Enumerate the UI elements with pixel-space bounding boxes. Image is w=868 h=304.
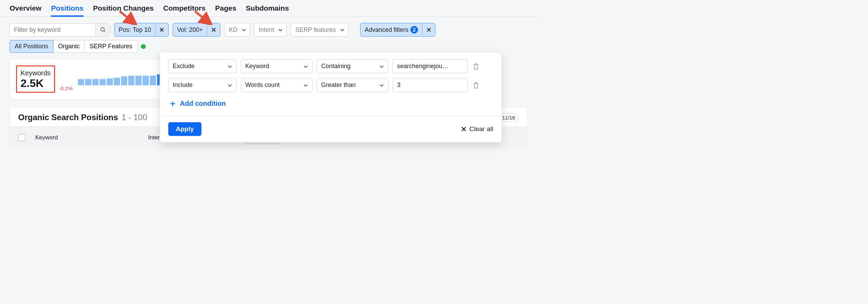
keywords-stat-highlight: Keywords 2.5K	[16, 65, 55, 93]
add-condition-button[interactable]: Add condition	[168, 97, 493, 113]
filter-chip-advanced-label: Advanced filters 2	[360, 26, 422, 34]
chevron-down-icon	[303, 64, 308, 69]
chevron-down-icon	[379, 64, 384, 69]
advanced-filters-footer: Apply Clear all	[160, 116, 501, 142]
svg-line-1	[195, 11, 209, 22]
section-range: 1 - 100	[122, 113, 147, 122]
condition-action-value: Include	[173, 81, 193, 89]
condition-field-value: Words count	[245, 81, 280, 89]
advanced-filters-text: Advanced filters	[365, 26, 408, 34]
segment-organic[interactable]: Organic	[53, 40, 85, 53]
close-icon	[426, 27, 431, 32]
filter-chip-pos-label: Pos: Top 10	[115, 26, 155, 34]
plus-icon	[170, 101, 176, 107]
advanced-filters-popover: Exclude Keyword Containing searchenginej…	[160, 52, 502, 142]
condition-field-select[interactable]: Keyword	[241, 59, 313, 73]
filter-chip-serp-label: SERP features	[291, 26, 340, 34]
stat-title: Keywords	[21, 69, 51, 77]
svg-line-0	[120, 11, 133, 22]
status-indicator	[141, 44, 146, 49]
advanced-filters-body: Exclude Keyword Containing searchenginej…	[160, 52, 501, 116]
filter-chip-advanced-remove[interactable]	[422, 23, 435, 36]
segment-serp-features[interactable]: SERP Features	[85, 40, 137, 53]
filter-chip-kd[interactable]: KD	[224, 23, 250, 37]
keywords-stat-card: Keywords 2.5K -0.2%	[10, 59, 160, 99]
condition-field-value: Keyword	[245, 63, 269, 70]
search-icon	[100, 27, 106, 33]
clear-all-label: Clear all	[469, 125, 493, 133]
chevron-down-icon	[379, 83, 384, 88]
condition-value-text: searchenginejou…	[397, 63, 448, 70]
chevron-down-icon	[303, 83, 308, 88]
condition-operator-select[interactable]: Greater than	[317, 78, 389, 92]
section-title: Organic Search Positions	[18, 113, 118, 122]
filter-chip-serp-features[interactable]: SERP features	[291, 23, 348, 37]
filter-chip-vol[interactable]: Vol: 200+	[173, 23, 221, 37]
close-icon	[211, 27, 216, 32]
stat-delta: -0.2%	[59, 86, 73, 91]
chevron-down-icon	[340, 27, 345, 32]
advanced-filters-count-badge: 2	[410, 26, 418, 34]
stat-value: 2.5K	[21, 77, 51, 90]
tab-positions[interactable]: Positions	[51, 4, 83, 16]
trash-icon	[473, 63, 479, 70]
column-checkbox	[18, 134, 35, 141]
tab-overview[interactable]: Overview	[10, 4, 41, 16]
condition-value-input[interactable]: searchenginejou…	[393, 59, 468, 73]
trash-icon	[473, 82, 479, 89]
add-condition-label: Add condition	[180, 100, 226, 107]
section-title-wrap: Organic Search Positions 1 - 100	[18, 113, 147, 122]
segment-all-positions[interactable]: All Positions	[10, 40, 53, 53]
condition-row-0: Exclude Keyword Containing searchenginej…	[168, 59, 493, 73]
condition-action-select[interactable]: Include	[168, 78, 237, 92]
annotation-arrow-vol	[194, 10, 212, 25]
tab-subdomains[interactable]: Subdomains	[246, 4, 289, 16]
filter-chip-intent[interactable]: Intent	[254, 23, 287, 37]
condition-operator-select[interactable]: Containing	[317, 59, 389, 73]
main-tabs: Overview Positions Position Changes Comp…	[0, 0, 537, 17]
annotation-arrow-pos	[118, 10, 137, 25]
filter-chip-pos-remove[interactable]	[155, 23, 168, 36]
condition-delete-button[interactable]	[472, 63, 480, 70]
svg-point-2	[101, 28, 104, 31]
close-icon	[159, 27, 164, 32]
search-button[interactable]	[95, 24, 110, 36]
condition-value-text: 3	[397, 81, 400, 89]
condition-operator-value: Greater than	[321, 81, 356, 89]
condition-action-select[interactable]: Exclude	[168, 59, 237, 73]
filter-bar: Pos: Top 10 Vol: 200+ KD Intent SERP fea…	[0, 17, 537, 40]
tab-pages[interactable]: Pages	[215, 4, 236, 16]
condition-delete-button[interactable]	[472, 82, 480, 89]
condition-operator-value: Containing	[321, 63, 351, 70]
keywords-sparkline	[78, 73, 163, 85]
filter-chip-vol-remove[interactable]	[207, 23, 220, 36]
filter-chip-advanced[interactable]: Advanced filters 2	[360, 23, 435, 37]
column-keyword[interactable]: Keyword	[35, 134, 148, 141]
chevron-down-icon	[278, 27, 283, 32]
filter-keyword-input[interactable]	[10, 24, 95, 36]
condition-action-value: Exclude	[173, 63, 195, 70]
apply-button[interactable]: Apply	[168, 122, 201, 136]
chevron-down-icon	[227, 64, 232, 69]
condition-value-input[interactable]: 3	[393, 78, 468, 92]
filter-keyword-search	[10, 23, 110, 37]
condition-row-1: Include Words count Greater than 3	[168, 78, 493, 92]
filter-chip-pos[interactable]: Pos: Top 10	[114, 23, 169, 37]
svg-line-3	[104, 31, 105, 32]
filter-chip-vol-label: Vol: 200+	[173, 26, 207, 34]
chevron-down-icon	[227, 83, 232, 88]
filter-chip-kd-label: KD	[225, 26, 241, 34]
chevron-down-icon	[241, 27, 246, 32]
close-icon	[461, 126, 466, 132]
select-all-checkbox[interactable]	[18, 134, 26, 141]
clear-all-button[interactable]: Clear all	[461, 125, 493, 133]
filter-chip-intent-label: Intent	[254, 26, 278, 34]
condition-field-select[interactable]: Words count	[241, 78, 313, 92]
